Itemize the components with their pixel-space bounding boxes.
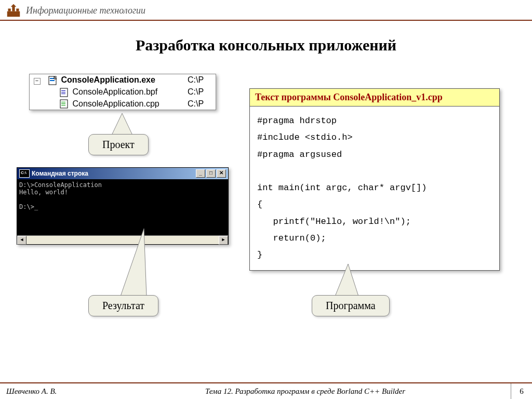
console-titlebar[interactable]: C:\ Командная строка _ □ ✕ xyxy=(17,168,228,179)
cmd-icon: C:\ xyxy=(19,169,30,178)
svg-marker-19 xyxy=(335,264,358,296)
cpp-file-icon xyxy=(60,99,69,109)
svg-marker-18 xyxy=(121,229,147,296)
console-title: Командная строка xyxy=(32,170,196,177)
tree-row[interactable]: ConsoleApplication.cpp C:\P xyxy=(30,98,216,110)
minimize-button[interactable]: _ xyxy=(196,169,205,178)
svg-rect-1 xyxy=(8,9,11,11)
exe-file-icon xyxy=(48,76,58,85)
maximize-button[interactable]: □ xyxy=(206,169,216,178)
callout-result: Результат xyxy=(88,295,158,316)
footer-topic: Тема 12. Разработка программ в среде Bor… xyxy=(100,387,511,396)
tree-item-label: ConsoleApplication.exe xyxy=(61,75,155,84)
svg-rect-15 xyxy=(61,103,65,104)
footer: Шевченко А. В. Тема 12. Разработка прогр… xyxy=(0,382,532,399)
header-title: Информационные технологии xyxy=(26,5,145,16)
bpf-file-icon xyxy=(60,88,69,97)
tree-item-label: ConsoleApplication.cpp xyxy=(72,99,159,108)
page-title: Разработка консольных приложений xyxy=(0,36,532,54)
tree-item-label: ConsoleApplication.bpf xyxy=(72,87,157,96)
svg-marker-4 xyxy=(11,4,17,7)
tree-item-path: C:\P xyxy=(185,86,216,98)
scroll-right-button[interactable]: ► xyxy=(219,236,228,245)
callout-program: Программа xyxy=(312,295,390,316)
svg-rect-7 xyxy=(50,80,55,81)
tree-item-path: C:\P xyxy=(185,98,216,110)
svg-rect-12 xyxy=(61,94,65,94)
code-panel: Текст программы ConsoleApplication_v1.cp… xyxy=(249,88,500,271)
header-logo-icon xyxy=(6,3,21,18)
svg-rect-0 xyxy=(7,11,20,17)
callout-project: Проект xyxy=(88,134,149,155)
console-output: D:\>ConsoleApplication Hello, world! D:\… xyxy=(17,179,228,235)
footer-page-number: 6 xyxy=(511,383,532,399)
tree-expand-icon[interactable]: − xyxy=(34,78,41,85)
svg-rect-3 xyxy=(16,9,19,11)
scroll-left-button[interactable]: ◄ xyxy=(17,236,26,245)
svg-rect-16 xyxy=(61,105,65,105)
tree-item-path: C:\P xyxy=(185,74,216,86)
svg-rect-10 xyxy=(61,90,65,91)
svg-rect-14 xyxy=(61,102,65,102)
code-panel-header: Текст программы ConsoleApplication_v1.cp… xyxy=(250,89,499,107)
footer-author: Шевченко А. В. xyxy=(0,387,100,396)
tree-row[interactable]: − ConsoleApplication.exe C:\P xyxy=(30,74,216,86)
svg-rect-2 xyxy=(12,7,15,11)
project-tree: − ConsoleApplication.exe C:\P ConsoleApp… xyxy=(29,74,216,110)
svg-marker-17 xyxy=(112,113,132,135)
code-panel-body: #pragma hdrstop #include <stdio.h> #prag… xyxy=(250,107,499,270)
callout-pointer-result xyxy=(121,229,157,299)
close-button[interactable]: ✕ xyxy=(217,169,226,178)
header: Информационные технологии xyxy=(0,0,532,21)
callout-pointer-program xyxy=(332,264,364,298)
svg-rect-11 xyxy=(61,92,65,92)
tree-row[interactable]: ConsoleApplication.bpf C:\P xyxy=(30,86,216,98)
